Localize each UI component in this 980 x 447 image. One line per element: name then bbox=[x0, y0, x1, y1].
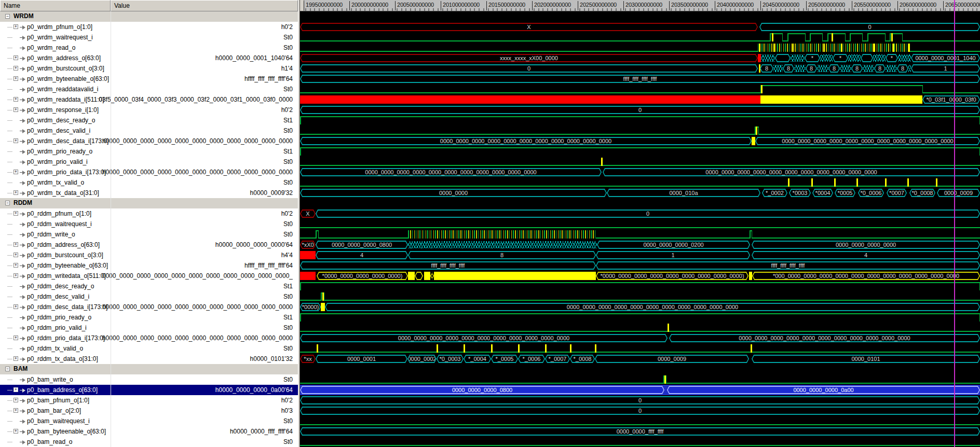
signal-row[interactable]: +p0_wrdm_pfnum_o[1:0]2'h0 bbox=[0, 22, 298, 32]
wave-row[interactable] bbox=[300, 84, 980, 94]
signal-row[interactable]: p0_wrdm_desc_ready_oSt1 bbox=[0, 115, 298, 125]
wave-row[interactable]: 088888881 bbox=[300, 63, 980, 74]
wave-row[interactable]: xxxx_xxxx_xX00_0000***0000_0000_0001_104… bbox=[300, 53, 980, 63]
wave-row[interactable]: 0000_00000000_010a*_0002*0003*0004*0005*… bbox=[300, 188, 980, 198]
expand-icon[interactable]: + bbox=[13, 263, 18, 268]
wave-group-spacer[interactable] bbox=[300, 11, 980, 22]
wave-row[interactable]: *0_03f1_0000_03f0 bbox=[300, 94, 980, 105]
expand-icon[interactable]: + bbox=[13, 356, 18, 361]
wave-row[interactable] bbox=[300, 115, 980, 125]
wave-row[interactable] bbox=[300, 177, 980, 188]
signal-row[interactable]: +p0_bam_bar_o[2:0]3'h0 bbox=[0, 406, 298, 416]
signal-row[interactable]: +p0_bam_address_o[63:0]64'h0000_0000_000… bbox=[0, 385, 298, 395]
wave-row[interactable]: ffff_ffff_ffff_ffff bbox=[300, 74, 980, 84]
group-row[interactable]: −RDDM bbox=[0, 198, 298, 208]
signal-row[interactable]: p0_bam_read_oSt0 bbox=[0, 437, 298, 447]
signal-row[interactable]: +p0_rddm_writedata_o[511:0]_0000_0000_00… bbox=[0, 271, 298, 281]
wave-row[interactable]: 0 bbox=[300, 395, 980, 406]
signal-row[interactable]: p0_bam_write_oSt0 bbox=[0, 374, 298, 385]
wave-row[interactable]: 0000_0000_0000_0000_0000_0000_0000_0000_… bbox=[300, 333, 980, 343]
wave-row[interactable]: X0 bbox=[300, 22, 980, 32]
expand-icon[interactable]: + bbox=[13, 55, 18, 60]
signal-row[interactable]: +p0_wrdm_tx_data_o[31:0]32'h0000_0009 bbox=[0, 188, 298, 198]
expand-icon[interactable]: + bbox=[13, 398, 18, 402]
expand-icon[interactable]: + bbox=[13, 190, 18, 195]
wave-row[interactable]: 0000_0000_ffff_ffff bbox=[300, 426, 980, 437]
signal-row[interactable]: +p0_rddm_pfnum_o[1:0]2'h0 bbox=[0, 208, 298, 219]
wave-row[interactable]: *xX00000_0000_0000_08000000_0000_0000_02… bbox=[300, 240, 980, 250]
cursor-line[interactable] bbox=[954, 0, 955, 447]
expand-icon[interactable]: + bbox=[13, 408, 18, 413]
signal-row[interactable]: p0_rddm_waitrequest_iSt0 bbox=[0, 219, 298, 229]
wave-row[interactable] bbox=[300, 343, 980, 354]
expand-icon[interactable]: + bbox=[13, 97, 18, 102]
wave-row[interactable]: *0000_0000_0000_0000_0000)*0000_0000_000… bbox=[300, 271, 980, 281]
signal-row[interactable]: p0_wrdm_desc_valid_iSt0 bbox=[0, 125, 298, 136]
signal-row[interactable]: +p0_rddm_address_o[63:0]64'h0000_0000_00… bbox=[0, 240, 298, 250]
signal-row[interactable]: +p0_wrdm_prio_data_i[173:0]h0000_0000_00… bbox=[0, 167, 298, 177]
signal-row[interactable]: +p0_rddm_tx_data_o[31:0]32'h0000_0101 bbox=[0, 354, 298, 364]
signal-row[interactable]: +p0_wrdm_desc_data_i[173:0]h0000_0000_00… bbox=[0, 136, 298, 146]
signal-row[interactable]: +p0_rddm_burstcount_o[3:0]4'h4 bbox=[0, 250, 298, 260]
wave-row[interactable] bbox=[300, 291, 980, 302]
signal-row[interactable]: p0_rddm_prio_valid_iSt0 bbox=[0, 323, 298, 333]
wave-row[interactable] bbox=[300, 323, 980, 333]
wave-row[interactable]: X0 bbox=[300, 208, 980, 219]
signal-row[interactable]: +p0_rddm_prio_data_i[173:0]h0000_0000_00… bbox=[0, 333, 298, 343]
collapse-icon[interactable]: − bbox=[5, 201, 10, 205]
wave-row[interactable] bbox=[300, 125, 980, 136]
wave-row[interactable]: 0000_0000_0000_0000_0000_0000_0000_0000_… bbox=[300, 167, 980, 177]
signal-row[interactable]: +p0_bam_byteenable_o[63:0]64'h0000_0000_… bbox=[0, 426, 298, 437]
wave-row[interactable]: 0 bbox=[300, 406, 980, 416]
timeline-ruler[interactable]: 1995000000002000000000002005000000002010… bbox=[300, 0, 980, 11]
signal-row[interactable]: +p0_wrdm_burstcount_o[3:0]4'h1 bbox=[0, 63, 298, 74]
wave-row[interactable] bbox=[300, 312, 980, 323]
expand-icon[interactable]: + bbox=[13, 336, 18, 340]
expand-icon[interactable]: + bbox=[13, 170, 18, 174]
wave-row[interactable] bbox=[300, 281, 980, 291]
signal-row[interactable]: p0_wrdm_tx_valid_oSt0 bbox=[0, 177, 298, 188]
wave-row[interactable] bbox=[300, 32, 980, 43]
signal-row[interactable]: +p0_wrdm_address_o[63:0]64'h0000_0000_00… bbox=[0, 53, 298, 63]
signal-row[interactable]: p0_bam_waitrequest_iSt0 bbox=[0, 416, 298, 426]
signal-row[interactable]: +p0_wrdm_response_i[1:0]2'h0 bbox=[0, 105, 298, 115]
signal-row[interactable]: p0_rddm_tx_valid_oSt0 bbox=[0, 343, 298, 354]
wave-row[interactable] bbox=[300, 416, 980, 426]
signal-row[interactable]: p0_wrdm_readdatavalid_iSt0 bbox=[0, 84, 298, 94]
signal-row[interactable]: +p0_wrdm_byteenable_o[63:0]64'hffff_ffff… bbox=[0, 74, 298, 84]
signal-row[interactable]: +p0_bam_pfnum_o[1:0]2'h0 bbox=[0, 395, 298, 406]
wave-row[interactable] bbox=[300, 157, 980, 167]
group-row[interactable]: −WRDM bbox=[0, 11, 298, 22]
signal-row[interactable]: p0_rddm_write_oSt0 bbox=[0, 229, 298, 240]
signal-row[interactable]: +p0_rddm_desc_data_i[173:0]h0000_0000_00… bbox=[0, 302, 298, 312]
group-row[interactable]: −BAM bbox=[0, 364, 298, 374]
wave-row[interactable] bbox=[300, 219, 980, 229]
wave-row[interactable] bbox=[300, 437, 980, 447]
expand-icon[interactable]: + bbox=[13, 24, 18, 29]
expand-icon[interactable]: + bbox=[13, 107, 18, 112]
wave-row[interactable]: 0000_0000_0000_0000_0000_0000_0000_0000_… bbox=[300, 136, 980, 146]
signal-row[interactable]: p0_wrdm_waitrequest_iSt0 bbox=[0, 32, 298, 43]
signal-row[interactable]: p0_rddm_desc_valid_iSt0 bbox=[0, 291, 298, 302]
wave-row[interactable]: ffff_ffff_ffff_ffffffff_ffff_ffff_ffff bbox=[300, 260, 980, 271]
signal-row[interactable]: p0_rddm_desc_ready_oSt1 bbox=[0, 281, 298, 291]
signal-row[interactable]: +p0_wrdm_readdata_i[511:0]0000_03f5_0000… bbox=[0, 94, 298, 105]
expand-icon[interactable]: + bbox=[13, 253, 18, 257]
wave-row[interactable] bbox=[300, 229, 980, 240]
signal-row[interactable]: p0_wrdm_read_oSt0 bbox=[0, 43, 298, 53]
collapse-icon[interactable]: − bbox=[5, 367, 10, 371]
expand-icon[interactable]: + bbox=[13, 211, 18, 216]
expand-icon[interactable]: + bbox=[13, 138, 18, 143]
wave-row[interactable]: 0 bbox=[300, 105, 980, 115]
signal-row[interactable]: p0_wrdm_prio_valid_iSt0 bbox=[0, 157, 298, 167]
wave-row[interactable]: *0000)0000_0000_0000_0000_0000_0000_0000… bbox=[300, 302, 980, 312]
expand-icon[interactable]: + bbox=[13, 273, 18, 278]
wave-row[interactable] bbox=[300, 43, 980, 53]
expand-icon[interactable]: + bbox=[13, 304, 18, 309]
value-column-header[interactable]: Value bbox=[111, 0, 298, 11]
wave-row[interactable] bbox=[300, 374, 980, 385]
signal-row[interactable]: +p0_rddm_byteenable_o[63:0]64'hffff_ffff… bbox=[0, 260, 298, 271]
signal-row[interactable]: p0_rddm_prio_ready_oSt1 bbox=[0, 312, 298, 323]
expand-icon[interactable]: + bbox=[13, 242, 18, 247]
wave-group-spacer[interactable] bbox=[300, 364, 980, 374]
